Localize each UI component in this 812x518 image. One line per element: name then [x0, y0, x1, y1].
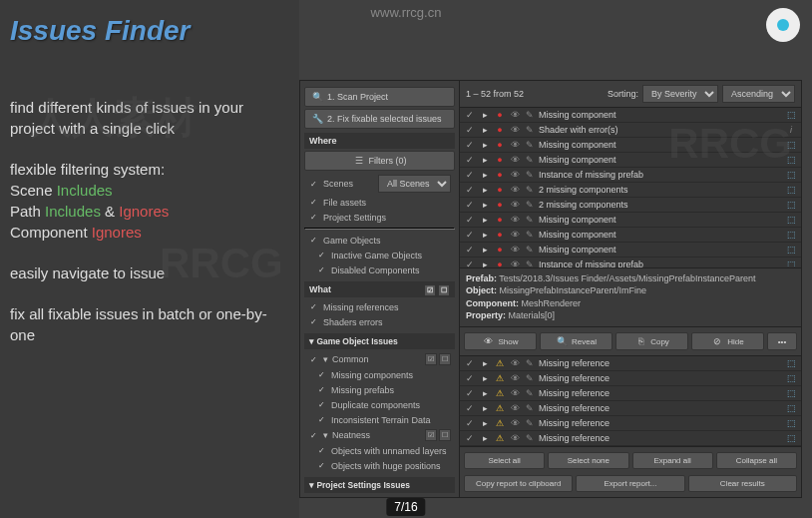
- select-none-button[interactable]: Select none: [548, 452, 628, 469]
- eye-icon[interactable]: 👁: [509, 229, 521, 241]
- issue-row[interactable]: ✓▸⚠👁✎Missing reference⬚: [460, 386, 801, 401]
- eye-icon[interactable]: 👁: [509, 139, 521, 151]
- check-icon[interactable]: ✓: [464, 214, 476, 226]
- edit-icon[interactable]: ✎: [524, 244, 536, 256]
- issue-row[interactable]: ✓▸●👁✎2 missing components⬚: [460, 198, 801, 213]
- issue-row[interactable]: ✓▸●👁✎Missing component⬚: [460, 108, 801, 123]
- edit-icon[interactable]: ✎: [524, 139, 536, 151]
- reveal-button[interactable]: 🔍Reveal: [540, 332, 612, 350]
- issue-row[interactable]: ✓▸●👁✎Missing component⬚: [460, 153, 801, 168]
- check-icon[interactable]: ✓: [464, 357, 476, 369]
- check-icon[interactable]: ✓: [464, 387, 476, 399]
- expand-icon[interactable]: ▸: [479, 154, 491, 166]
- filters-button[interactable]: ☰Filters (0): [304, 151, 455, 171]
- check-icon[interactable]: ✓: [464, 229, 476, 241]
- eye-icon[interactable]: 👁: [509, 372, 521, 384]
- expand-icon[interactable]: ▸: [479, 244, 491, 256]
- expand-icon[interactable]: ▸: [479, 184, 491, 196]
- eye-icon[interactable]: 👁: [509, 169, 521, 181]
- issue-row[interactable]: ✓▸●👁✎Instance of missing prefab⬚: [460, 258, 801, 267]
- eye-icon[interactable]: 👁: [509, 402, 521, 414]
- hide-button[interactable]: ⊘Hide: [691, 332, 764, 350]
- edit-icon[interactable]: ✎: [524, 214, 536, 226]
- file-assets-check[interactable]: File assets: [304, 195, 455, 210]
- edit-icon[interactable]: ✎: [524, 199, 536, 211]
- expand-icon[interactable]: ▸: [479, 139, 491, 151]
- expand-icon[interactable]: ▸: [479, 169, 491, 181]
- missing-comp-check[interactable]: Missing components: [304, 367, 455, 382]
- issue-row[interactable]: ✓▸●👁✎Shader with error(s)i: [460, 123, 801, 138]
- clear-results-button[interactable]: Clear results: [688, 475, 797, 492]
- dup-comp-check[interactable]: Duplicate components: [304, 397, 455, 412]
- game-objects-check[interactable]: Game Objects: [304, 233, 455, 248]
- missing-prefabs-check[interactable]: Missing prefabs: [304, 382, 455, 397]
- scenes-check[interactable]: Scenes All Scenes: [304, 173, 455, 195]
- check-icon[interactable]: ✓: [464, 169, 476, 181]
- eye-icon[interactable]: 👁: [509, 357, 521, 369]
- expand-icon[interactable]: ▸: [479, 402, 491, 414]
- issue-row[interactable]: ✓▸⚠👁✎Missing reference⬚: [460, 416, 801, 431]
- expand-icon[interactable]: ▸: [479, 109, 491, 121]
- expand-icon[interactable]: ▸: [479, 372, 491, 384]
- go-issues-header[interactable]: ▾ Game Object Issues: [304, 333, 455, 349]
- check-icon[interactable]: ✓: [464, 199, 476, 211]
- fix-issues-button[interactable]: 🔧2. Fix fixable selected issues: [304, 109, 455, 129]
- expand-all-button[interactable]: Expand all: [632, 452, 713, 469]
- scan-project-button[interactable]: 🔍1. Scan Project: [304, 87, 455, 107]
- check-icon[interactable]: ✓: [464, 417, 476, 429]
- issue-row[interactable]: ✓▸⚠👁✎Missing reference⬚: [460, 371, 801, 386]
- eye-icon[interactable]: 👁: [509, 259, 521, 267]
- copy-button[interactable]: ⎘Copy: [615, 332, 688, 350]
- edit-icon[interactable]: ✎: [524, 372, 536, 384]
- edit-icon[interactable]: ✎: [524, 259, 536, 267]
- eye-icon[interactable]: 👁: [509, 199, 521, 211]
- select-none-icon[interactable]: ☐: [439, 429, 451, 441]
- select-all-icon[interactable]: ☑: [424, 284, 436, 296]
- expand-icon[interactable]: ▸: [479, 259, 491, 267]
- issues-list-2[interactable]: ✓▸⚠👁✎Missing reference⬚✓▸⚠👁✎Missing refe…: [460, 356, 801, 446]
- issue-row[interactable]: ✓▸●👁✎Missing component⬚: [460, 228, 801, 243]
- neatness-group[interactable]: ▾ Neatness☑☐: [304, 427, 455, 443]
- eye-icon[interactable]: 👁: [509, 244, 521, 256]
- expand-icon[interactable]: ▸: [479, 432, 491, 444]
- eye-icon[interactable]: 👁: [509, 432, 521, 444]
- check-icon[interactable]: ✓: [464, 124, 476, 136]
- edit-icon[interactable]: ✎: [524, 417, 536, 429]
- check-icon[interactable]: ✓: [464, 244, 476, 256]
- issue-row[interactable]: ✓▸⚠👁✎Missing reference⬚: [460, 431, 801, 446]
- check-icon[interactable]: ✓: [464, 154, 476, 166]
- sort-by-dropdown[interactable]: By Severity: [642, 85, 718, 103]
- edit-icon[interactable]: ✎: [524, 432, 536, 444]
- expand-icon[interactable]: ▸: [479, 199, 491, 211]
- select-all-icon[interactable]: ☑: [425, 429, 437, 441]
- select-all-icon[interactable]: ☑: [425, 353, 437, 365]
- edit-icon[interactable]: ✎: [524, 154, 536, 166]
- expand-icon[interactable]: ▸: [479, 214, 491, 226]
- check-icon[interactable]: ✓: [464, 259, 476, 267]
- check-icon[interactable]: ✓: [464, 184, 476, 196]
- eye-icon[interactable]: 👁: [509, 109, 521, 121]
- check-icon[interactable]: ✓: [464, 139, 476, 151]
- issue-row[interactable]: ✓▸●👁✎2 missing components⬚: [460, 183, 801, 198]
- issue-row[interactable]: ✓▸●👁✎Missing component⬚: [460, 243, 801, 258]
- unnamed-layers-check[interactable]: Objects with unnamed layers: [304, 443, 455, 458]
- select-none-icon[interactable]: ☐: [438, 284, 450, 296]
- select-all-button[interactable]: Select all: [464, 452, 545, 469]
- issue-row[interactable]: ✓▸●👁✎Missing component⬚: [460, 213, 801, 228]
- show-button[interactable]: 👁Show: [464, 332, 537, 350]
- project-settings-check[interactable]: Project Settings: [304, 210, 455, 225]
- select-none-icon[interactable]: ☐: [439, 353, 451, 365]
- huge-pos-check[interactable]: Objects with huge positions: [304, 458, 455, 473]
- check-icon[interactable]: ✓: [464, 402, 476, 414]
- dup-layers-check[interactable]: Duplicate Layers: [304, 495, 455, 497]
- eye-icon[interactable]: 👁: [509, 184, 521, 196]
- edit-icon[interactable]: ✎: [524, 357, 536, 369]
- edit-icon[interactable]: ✎: [524, 229, 536, 241]
- issue-row[interactable]: ✓▸⚠👁✎Missing reference⬚: [460, 401, 801, 416]
- export-report-button[interactable]: Export report...: [576, 475, 684, 492]
- terrain-check[interactable]: Inconsistent Terrain Data: [304, 412, 455, 427]
- expand-icon[interactable]: ▸: [479, 417, 491, 429]
- issues-list[interactable]: ✓▸●👁✎Missing component⬚✓▸●👁✎Shader with …: [460, 108, 801, 267]
- issue-row[interactable]: ✓▸●👁✎Instance of missing prefab⬚: [460, 168, 801, 183]
- eye-icon[interactable]: 👁: [509, 417, 521, 429]
